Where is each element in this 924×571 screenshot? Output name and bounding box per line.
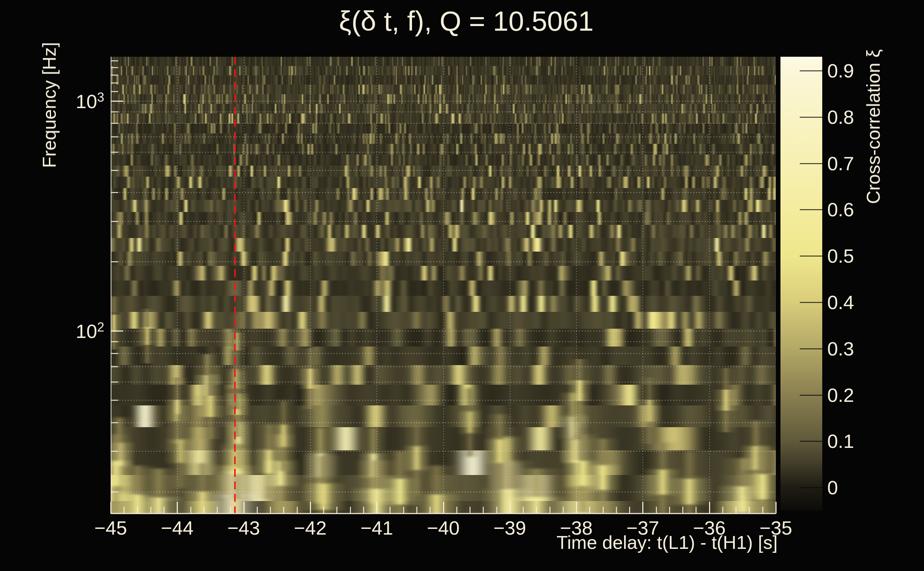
colorbar-tick-label: 0.2 xyxy=(827,386,854,405)
x-tick-label: −44 xyxy=(161,518,193,537)
x-tick-label: −38 xyxy=(560,518,593,537)
chart-title: ξ(δ t, f), Q = 10.5061 xyxy=(339,7,594,35)
colorbar-tick-label: 0.4 xyxy=(827,293,854,312)
x-tick-label: −39 xyxy=(493,518,526,537)
colorbar-title: Cross-correlation ξ xyxy=(864,49,882,204)
colorbar-tick-label: 0.9 xyxy=(827,61,854,80)
colorbar-tick-label: 0.5 xyxy=(827,246,854,265)
colorbar-tick-label: 0.1 xyxy=(827,432,854,451)
colorbar-tick-label: 0.7 xyxy=(827,154,854,173)
x-tick-label: −45 xyxy=(94,518,127,537)
qscan-crosscorrelation-figure: ξ(δ t, f), Q = 10.5061 Frequency [Hz] Ti… xyxy=(0,0,924,571)
x-tick-label: −36 xyxy=(693,518,726,537)
heatmap-canvas xyxy=(0,0,924,571)
x-tick-label: −35 xyxy=(759,518,792,537)
colorbar-tick-label: 0.8 xyxy=(827,107,854,127)
colorbar-tick-label: 0.6 xyxy=(827,200,854,219)
y-tick-label: 103 xyxy=(47,91,104,111)
x-tick-label: −41 xyxy=(360,518,393,537)
x-tick-label: −42 xyxy=(294,518,327,537)
x-tick-label: −37 xyxy=(627,518,660,537)
x-tick-label: −43 xyxy=(227,518,260,537)
colorbar-tick-label: 0.3 xyxy=(827,339,854,358)
x-tick-label: −40 xyxy=(427,518,460,537)
colorbar-tick-label: 0 xyxy=(827,478,838,497)
y-tick-label: 102 xyxy=(47,321,104,341)
